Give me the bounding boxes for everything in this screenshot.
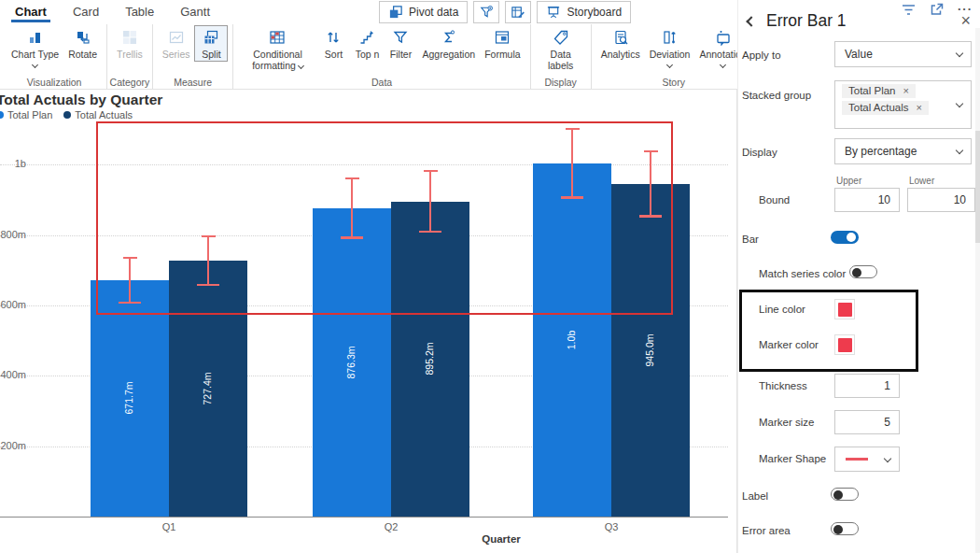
table-edit-icon [511, 5, 525, 20]
pivot-data-icon [388, 5, 403, 20]
tab-gantt[interactable]: Gantt [169, 0, 221, 22]
chip-label: Total Plan [848, 85, 896, 96]
tab-chart[interactable]: Chart [4, 0, 58, 22]
top-n-icon [358, 27, 375, 48]
toggle-knob [833, 525, 843, 534]
analytics-button[interactable]: Analytics [596, 25, 645, 61]
ribbon-group-visualization: Chart Type Rotate Visualization [2, 24, 107, 89]
bar-label: Bar [742, 234, 759, 245]
thickness-label: Thickness [742, 380, 807, 391]
panel-scrollbar[interactable] [975, 28, 980, 553]
filter-icon [392, 27, 409, 48]
ribbon-group-story: Analytics Deviation Annotation Story [592, 24, 757, 89]
scrollbar-thumb[interactable] [975, 131, 980, 243]
marker-shape-select[interactable] [834, 447, 900, 472]
deviation-button[interactable]: Deviation [645, 25, 695, 67]
marker-shape-label: Marker Shape [742, 453, 826, 464]
deviation-icon [662, 27, 679, 48]
aggregation-icon [441, 27, 457, 48]
y-axis-tick-label: 800m [0, 229, 26, 240]
sort-icon [325, 27, 342, 48]
stacked-group-multiselect[interactable]: Total Plan× Total Actuals× [834, 80, 972, 129]
bar-value-label: 876.3m [345, 320, 358, 404]
legend-label: Total Plan [7, 109, 52, 121]
back-button[interactable] [746, 16, 756, 26]
annotation-rectangle[interactable] [96, 121, 673, 315]
edit-data-button[interactable] [505, 1, 531, 23]
tab-table[interactable]: Table [114, 0, 165, 22]
close-icon[interactable]: × [960, 11, 971, 30]
chip-label: Total Actuals [848, 102, 909, 113]
chevron-down-icon [956, 147, 963, 154]
data-labels-icon [553, 27, 569, 48]
top-n-label: Top n [356, 49, 380, 60]
toggle-knob [852, 268, 861, 277]
chip-remove-icon[interactable]: × [903, 85, 909, 96]
storyboard-button[interactable]: Storyboard [537, 1, 631, 23]
trellis-button[interactable]: Trellis [112, 25, 147, 61]
bar-toggle[interactable] [831, 231, 859, 244]
chart-type-icon [27, 27, 44, 48]
split-button[interactable]: Split [194, 25, 228, 62]
thickness-input[interactable] [834, 374, 900, 398]
aggregation-button[interactable]: Aggregation [417, 25, 480, 61]
upper-bound-input[interactable] [834, 188, 900, 212]
aggregation-label: Aggregation [422, 49, 475, 60]
conditional-formatting-icon [269, 27, 286, 48]
display-select[interactable]: By percentage [834, 138, 972, 164]
filter-button[interactable]: Filter [384, 25, 417, 61]
bar-value-label: 671.7m [123, 356, 136, 440]
sort-button[interactable]: Sort [316, 25, 350, 61]
chart-type-button[interactable]: Chart Type [7, 25, 63, 67]
marker-size-input[interactable] [834, 410, 900, 434]
pivot-data-button[interactable]: Pivot data [379, 1, 468, 23]
bar-value-label: 895.2m [424, 317, 437, 401]
x-axis-tick-label: Q1 [136, 521, 202, 532]
y-axis-tick-label: 400m [0, 369, 26, 380]
match-series-color-toggle[interactable] [849, 265, 877, 278]
chart-title: Total Actuals by Quarter [0, 92, 162, 108]
chip-total-actuals[interactable]: Total Actuals× [842, 101, 929, 115]
series-button[interactable]: Series [158, 25, 195, 61]
lower-bound-input[interactable] [907, 188, 975, 212]
error-area-label: Error area [742, 525, 791, 536]
ribbon-group-category: Trellis Category [107, 24, 153, 89]
group-caption-category: Category [107, 77, 152, 88]
annotation-icon [715, 27, 732, 48]
top-n-button[interactable]: Top n [350, 25, 384, 61]
split-icon [203, 27, 219, 48]
split-label: Split [202, 49, 220, 60]
apply-to-select[interactable]: Value [834, 41, 972, 67]
advanced-filter-button[interactable] [473, 1, 499, 23]
x-axis-line [0, 517, 728, 518]
match-series-color-label: Match series color [742, 268, 846, 279]
legend-dot-icon [0, 111, 4, 119]
conditional-formatting-button[interactable]: Conditional formatting [238, 25, 316, 72]
visual-region: Chart Card Table Gantt Pivot data [0, 0, 737, 553]
data-labels-button[interactable]: Data labels [536, 25, 586, 72]
apply-to-label: Apply to [742, 50, 781, 61]
apply-to-value: Value [845, 48, 873, 61]
legend-dot-icon [63, 111, 71, 119]
chevron-down-icon [720, 62, 726, 68]
x-axis-tick-label: Q3 [579, 521, 644, 532]
error-area-toggle[interactable] [831, 522, 859, 535]
tab-card[interactable]: Card [62, 0, 110, 22]
chevron-down-icon [666, 62, 673, 68]
chart-canvas: Total Actuals by Quarter Total PlanTotal… [0, 90, 728, 553]
rotate-button[interactable]: Rotate [63, 25, 102, 61]
line-color-picker[interactable] [834, 299, 855, 319]
legend-item[interactable]: Total Plan [0, 109, 52, 121]
filter-label: Filter [390, 49, 412, 60]
formula-button[interactable]: Formula [480, 25, 525, 61]
legend-item[interactable]: Total Actuals [63, 109, 133, 121]
trellis-icon [121, 27, 138, 48]
chip-total-plan[interactable]: Total Plan× [842, 84, 916, 98]
chevron-down-icon [32, 62, 38, 68]
marker-color-picker[interactable] [834, 334, 855, 355]
display-value: By percentage [845, 145, 917, 158]
label-toggle[interactable] [831, 488, 859, 501]
x-axis-title: Quarter [459, 533, 543, 545]
app-window: Chart Card Table Gantt Pivot data [0, 0, 980, 553]
chip-remove-icon[interactable]: × [917, 102, 922, 113]
